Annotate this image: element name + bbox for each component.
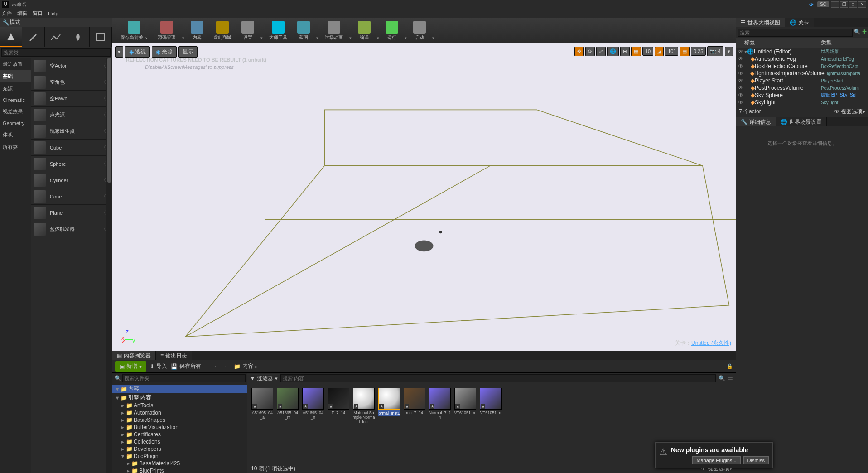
- place-category[interactable]: 光源: [0, 82, 31, 95]
- manage-plugins-button[interactable]: Manage Plugins...: [692, 456, 740, 464]
- import-button[interactable]: ⬇导入: [150, 362, 167, 370]
- dismiss-button[interactable]: Dismiss: [743, 456, 769, 464]
- asset-search-input[interactable]: [280, 374, 716, 382]
- asset-tile[interactable]: ★mu_7_14: [403, 388, 426, 424]
- cb-settings-button[interactable]: 🔒: [727, 363, 733, 369]
- viewport-level-link[interactable]: Untitled (永久性): [691, 340, 731, 346]
- tree-search-input[interactable]: [122, 374, 246, 382]
- mode-geometry-icon[interactable]: [90, 27, 112, 47]
- toolbar-启动[interactable]: 启动: [409, 19, 430, 42]
- tree-folder[interactable]: ▸📁BufferVisualization: [112, 424, 247, 431]
- tree-folder[interactable]: ▸📁Automation: [112, 409, 247, 416]
- add-new-button[interactable]: ▣新增▾: [115, 361, 146, 372]
- mode-paint-icon[interactable]: [22, 27, 44, 47]
- toolbar-dropdown[interactable]: ▾: [404, 36, 408, 43]
- toolbar-dropdown[interactable]: ▾: [260, 36, 264, 43]
- place-item[interactable]: 盒体触发器ⓘ: [31, 221, 112, 237]
- place-category[interactable]: Geometry: [0, 118, 31, 129]
- outliner-row[interactable]: 👁◆Sky Sphere编辑 BP_Sky_Spl: [736, 92, 868, 99]
- transform-move-button[interactable]: ✥: [574, 47, 584, 56]
- visibility-icon[interactable]: 👁: [738, 56, 744, 62]
- place-category[interactable]: Cinematic: [0, 95, 31, 106]
- toolbar-dropdown[interactable]: ▾: [431, 36, 435, 43]
- tree-folder[interactable]: ▸📁Certificates: [112, 431, 247, 438]
- close-button[interactable]: ✕: [858, 1, 866, 8]
- visibility-icon[interactable]: 👁: [738, 85, 744, 91]
- outliner-row[interactable]: 👁◆SkyLightSkyLight: [736, 99, 868, 106]
- history-back-button[interactable]: ←: [214, 364, 219, 369]
- angle-snap-value[interactable]: 10°: [665, 47, 678, 56]
- place-item[interactable]: 空Pawnⓘ: [31, 91, 112, 107]
- tree-folder[interactable]: ▸📁ArtTools: [112, 402, 247, 409]
- place-item[interactable]: 空角色ⓘ: [31, 74, 112, 91]
- toolbar-dropdown[interactable]: ▾: [376, 36, 380, 43]
- outliner-row[interactable]: 👁◆BoxReflectionCaptureBoxReflectionCapt: [736, 63, 868, 70]
- mode-place-icon[interactable]: [0, 27, 22, 47]
- tree-folder[interactable]: ▸📁BaseMaterial425: [112, 460, 247, 467]
- menu-file[interactable]: 文件: [2, 10, 12, 17]
- place-category[interactable]: 所有类: [0, 141, 31, 153]
- menu-help[interactable]: Help: [48, 11, 58, 16]
- outliner-row[interactable]: 👁◆LightmassImportanceVolumeLightmassImpo…: [736, 70, 868, 77]
- tree-folder[interactable]: ▸📁Collections: [112, 438, 247, 445]
- asset-tile[interactable]: ★A51695_04_a: [251, 388, 274, 424]
- scale-snap-value[interactable]: 0.25: [691, 47, 706, 56]
- toolbar-蓝图[interactable]: 蓝图: [293, 19, 314, 42]
- place-item[interactable]: 玩家出生点ⓘ: [31, 123, 112, 140]
- toolbar-编译[interactable]: 编译: [353, 19, 375, 42]
- outliner-add-button[interactable]: ✚: [862, 29, 867, 37]
- toolbar-dropdown[interactable]: ▾: [348, 36, 352, 43]
- user-badge[interactable]: SC: [817, 1, 829, 7]
- outliner-world-row[interactable]: 👁 ▾🌐 Untitled (Editor) 世界场景: [736, 48, 868, 55]
- minimize-button[interactable]: —: [831, 1, 839, 8]
- angle-snap-button[interactable]: ◢: [655, 47, 664, 56]
- source-control-icon[interactable]: ⟳: [809, 1, 814, 8]
- outliner-row[interactable]: 👁◆PostProcessVolumePostProcessVolum: [736, 84, 868, 92]
- cb-options-button[interactable]: ☰: [728, 375, 733, 381]
- scale-snap-button[interactable]: ▤: [680, 47, 690, 56]
- place-category[interactable]: 最近放置: [0, 58, 31, 70]
- tab-content-browser[interactable]: ▦内容浏览器: [112, 351, 156, 360]
- toolbar-dropdown[interactable]: ▾: [315, 36, 319, 43]
- toolbar-运行[interactable]: 运行: [381, 19, 403, 42]
- asset-tile[interactable]: ★A51695_04_n: [302, 388, 324, 424]
- filters-button[interactable]: ▼过滤器▾: [250, 375, 278, 382]
- tree-folder[interactable]: ▸📁Developers: [112, 445, 247, 453]
- asset-tile[interactable]: ★VT61051_m: [454, 388, 477, 424]
- visibility-icon[interactable]: 👁: [738, 48, 744, 55]
- camera-speed-button[interactable]: 📷 4: [707, 46, 723, 56]
- history-fwd-button[interactable]: →: [222, 364, 227, 369]
- visibility-icon[interactable]: 👁: [738, 99, 744, 106]
- place-item[interactable]: Cubeⓘ: [31, 140, 112, 156]
- outliner-view-options[interactable]: 👁 视图选项▾: [834, 108, 865, 116]
- asset-tile[interactable]: ★Material Sample Normal_Inst: [352, 388, 375, 424]
- outliner-row[interactable]: 👁◆Player StartPlayerStart: [736, 77, 868, 84]
- col-label[interactable]: 标签: [744, 39, 821, 47]
- visibility-icon[interactable]: 👁: [738, 63, 744, 69]
- modes-tab[interactable]: 🔧 模式: [0, 18, 112, 27]
- viewport-lit-button[interactable]: ◉光照: [152, 46, 177, 58]
- menu-edit[interactable]: 编辑: [17, 10, 27, 17]
- tab-details[interactable]: 🔧详细信息: [736, 117, 776, 126]
- place-item[interactable]: Planeⓘ: [31, 205, 112, 221]
- toolbar-dropdown[interactable]: ▾: [181, 36, 185, 43]
- place-category[interactable]: 基础: [0, 70, 31, 82]
- grid-snap-button[interactable]: ▦: [631, 47, 641, 56]
- asset-tile[interactable]: ★VT61051_n: [479, 388, 502, 424]
- transform-rotate-button[interactable]: ⟳: [585, 47, 595, 56]
- toolbar-大师工具[interactable]: 大师工具: [265, 19, 292, 42]
- asset-tile[interactable]: ★F_7_14: [327, 388, 350, 424]
- toolbar-过场动画[interactable]: 过场动画: [320, 19, 347, 42]
- mode-landscape-icon[interactable]: [45, 27, 67, 47]
- visibility-icon[interactable]: 👁: [738, 70, 744, 77]
- grid-snap-value[interactable]: 10: [642, 47, 653, 56]
- col-type[interactable]: 类型: [821, 39, 866, 47]
- viewport-maximize-button[interactable]: ▾: [725, 47, 733, 56]
- place-category[interactable]: 视觉效果: [0, 106, 31, 118]
- asset-tile[interactable]: ★A51695_04_m: [276, 388, 299, 424]
- tree-folder[interactable]: ▾📁DucPlugin: [112, 453, 247, 460]
- toolbar-内容[interactable]: 内容: [186, 19, 208, 42]
- place-item[interactable]: 空Actorⓘ: [31, 58, 112, 74]
- scrollbar[interactable]: [106, 58, 112, 473]
- tree-root-engine[interactable]: ▾📁引擎 内容: [112, 393, 247, 402]
